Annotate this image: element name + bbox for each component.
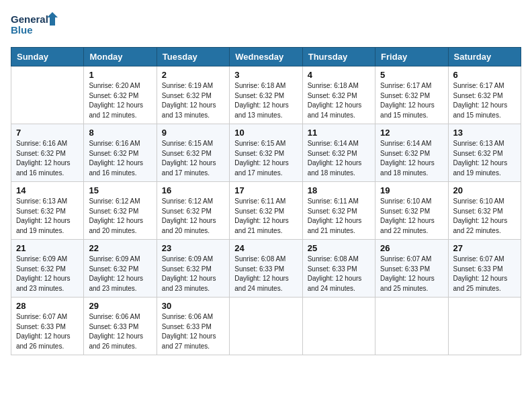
day-info: Sunrise: 6:09 AMSunset: 6:32 PMDaylight:… (16, 255, 79, 293)
svg-text:Blue: Blue (11, 24, 33, 36)
day-number: 28 (16, 301, 79, 311)
header-friday: Friday (375, 48, 448, 66)
day-info: Sunrise: 6:19 AMSunset: 6:32 PMDaylight:… (162, 81, 224, 120)
page-header: General Blue (11, 11, 521, 39)
day-cell: 30Sunrise: 6:06 AMSunset: 6:33 PMDayligh… (157, 298, 229, 355)
week-row-5: 28Sunrise: 6:07 AMSunset: 6:33 PMDayligh… (11, 298, 521, 355)
header-saturday: Saturday (448, 48, 521, 66)
day-info: Sunrise: 6:09 AMSunset: 6:32 PMDaylight:… (89, 255, 151, 293)
day-cell: 9Sunrise: 6:15 AMSunset: 6:32 PMDaylight… (157, 124, 229, 182)
day-info: Sunrise: 6:07 AMSunset: 6:33 PMDaylight:… (380, 255, 443, 293)
day-number: 15 (89, 185, 151, 195)
day-cell: 11Sunrise: 6:14 AMSunset: 6:32 PMDayligh… (302, 124, 375, 182)
day-number: 29 (89, 301, 151, 311)
day-number: 13 (453, 128, 516, 138)
logo-svg: General Blue (11, 11, 58, 39)
day-number: 5 (380, 70, 443, 80)
day-cell (375, 298, 448, 355)
day-cell: 28Sunrise: 6:07 AMSunset: 6:33 PMDayligh… (11, 298, 84, 355)
day-number: 27 (453, 243, 516, 253)
day-info: Sunrise: 6:20 AMSunset: 6:32 PMDaylight:… (89, 81, 151, 120)
day-number: 6 (453, 70, 516, 80)
day-number: 21 (16, 243, 79, 253)
day-info: Sunrise: 6:08 AMSunset: 6:33 PMDaylight:… (308, 255, 370, 293)
day-cell: 6Sunrise: 6:17 AMSunset: 6:32 PMDaylight… (448, 66, 521, 124)
day-number: 2 (162, 70, 224, 80)
day-number: 30 (162, 301, 224, 311)
day-cell: 3Sunrise: 6:18 AMSunset: 6:32 PMDaylight… (230, 66, 302, 124)
day-number: 9 (162, 128, 224, 138)
day-info: Sunrise: 6:11 AMSunset: 6:32 PMDaylight:… (308, 197, 370, 236)
day-cell: 17Sunrise: 6:11 AMSunset: 6:32 PMDayligh… (230, 182, 302, 240)
day-info: Sunrise: 6:06 AMSunset: 6:33 PMDaylight:… (89, 312, 151, 351)
logo: General Blue (11, 11, 58, 39)
day-number: 19 (380, 185, 443, 195)
day-cell (302, 298, 375, 355)
day-info: Sunrise: 6:16 AMSunset: 6:32 PMDaylight:… (16, 139, 79, 178)
day-cell (11, 66, 84, 124)
day-cell: 21Sunrise: 6:09 AMSunset: 6:32 PMDayligh… (11, 240, 84, 298)
day-info: Sunrise: 6:13 AMSunset: 6:32 PMDaylight:… (453, 139, 516, 178)
calendar-table: SundayMondayTuesdayWednesdayThursdayFrid… (11, 47, 521, 355)
day-cell: 27Sunrise: 6:07 AMSunset: 6:33 PMDayligh… (448, 240, 521, 298)
day-number: 14 (16, 185, 79, 195)
day-info: Sunrise: 6:18 AMSunset: 6:32 PMDaylight:… (234, 81, 297, 120)
day-cell: 23Sunrise: 6:09 AMSunset: 6:32 PMDayligh… (157, 240, 229, 298)
header-tuesday: Tuesday (157, 48, 229, 66)
day-cell: 10Sunrise: 6:15 AMSunset: 6:32 PMDayligh… (230, 124, 302, 182)
day-info: Sunrise: 6:15 AMSunset: 6:32 PMDaylight:… (234, 139, 297, 178)
day-info: Sunrise: 6:15 AMSunset: 6:32 PMDaylight:… (162, 139, 224, 178)
day-cell: 16Sunrise: 6:12 AMSunset: 6:32 PMDayligh… (157, 182, 229, 240)
week-row-2: 7Sunrise: 6:16 AMSunset: 6:32 PMDaylight… (11, 124, 521, 182)
day-number: 17 (234, 185, 297, 195)
day-info: Sunrise: 6:10 AMSunset: 6:32 PMDaylight:… (380, 197, 443, 236)
day-info: Sunrise: 6:06 AMSunset: 6:33 PMDaylight:… (162, 312, 224, 351)
day-cell (448, 298, 521, 355)
day-info: Sunrise: 6:10 AMSunset: 6:32 PMDaylight:… (453, 197, 516, 236)
day-number: 16 (162, 185, 224, 195)
day-info: Sunrise: 6:07 AMSunset: 6:33 PMDaylight:… (16, 312, 79, 351)
day-number: 26 (380, 243, 443, 253)
day-info: Sunrise: 6:12 AMSunset: 6:32 PMDaylight:… (89, 197, 151, 236)
day-number: 24 (234, 243, 297, 253)
week-row-3: 14Sunrise: 6:13 AMSunset: 6:32 PMDayligh… (11, 182, 521, 240)
day-cell: 18Sunrise: 6:11 AMSunset: 6:32 PMDayligh… (302, 182, 375, 240)
day-info: Sunrise: 6:07 AMSunset: 6:33 PMDaylight:… (453, 255, 516, 293)
day-cell: 19Sunrise: 6:10 AMSunset: 6:32 PMDayligh… (375, 182, 448, 240)
day-info: Sunrise: 6:13 AMSunset: 6:32 PMDaylight:… (16, 197, 79, 236)
day-cell: 8Sunrise: 6:16 AMSunset: 6:32 PMDaylight… (84, 124, 157, 182)
day-cell: 12Sunrise: 6:14 AMSunset: 6:32 PMDayligh… (375, 124, 448, 182)
day-info: Sunrise: 6:14 AMSunset: 6:32 PMDaylight:… (380, 139, 443, 178)
day-cell: 4Sunrise: 6:18 AMSunset: 6:32 PMDaylight… (302, 66, 375, 124)
day-number: 7 (16, 128, 79, 138)
day-cell: 1Sunrise: 6:20 AMSunset: 6:32 PMDaylight… (84, 66, 157, 124)
day-cell: 7Sunrise: 6:16 AMSunset: 6:32 PMDaylight… (11, 124, 84, 182)
day-cell: 20Sunrise: 6:10 AMSunset: 6:32 PMDayligh… (448, 182, 521, 240)
day-cell: 24Sunrise: 6:08 AMSunset: 6:33 PMDayligh… (230, 240, 302, 298)
header-sunday: Sunday (11, 48, 84, 66)
day-number: 3 (234, 70, 297, 80)
week-row-1: 1Sunrise: 6:20 AMSunset: 6:32 PMDaylight… (11, 66, 521, 124)
day-number: 11 (308, 128, 370, 138)
day-cell: 29Sunrise: 6:06 AMSunset: 6:33 PMDayligh… (84, 298, 157, 355)
day-info: Sunrise: 6:09 AMSunset: 6:32 PMDaylight:… (162, 255, 224, 293)
header-monday: Monday (84, 48, 157, 66)
day-info: Sunrise: 6:12 AMSunset: 6:32 PMDaylight:… (162, 197, 224, 236)
day-info: Sunrise: 6:16 AMSunset: 6:32 PMDaylight:… (89, 139, 151, 178)
calendar-header-row: SundayMondayTuesdayWednesdayThursdayFrid… (11, 48, 521, 66)
day-cell: 25Sunrise: 6:08 AMSunset: 6:33 PMDayligh… (302, 240, 375, 298)
day-number: 8 (89, 128, 151, 138)
day-number: 23 (162, 243, 224, 253)
day-cell: 5Sunrise: 6:17 AMSunset: 6:32 PMDaylight… (375, 66, 448, 124)
day-cell (230, 298, 302, 355)
svg-text:General: General (11, 13, 48, 25)
day-number: 4 (308, 70, 370, 80)
svg-marker-2 (47, 12, 58, 26)
day-cell: 2Sunrise: 6:19 AMSunset: 6:32 PMDaylight… (157, 66, 229, 124)
day-number: 22 (89, 243, 151, 253)
day-cell: 22Sunrise: 6:09 AMSunset: 6:32 PMDayligh… (84, 240, 157, 298)
day-number: 20 (453, 185, 516, 195)
header-thursday: Thursday (302, 48, 375, 66)
day-number: 25 (308, 243, 370, 253)
day-number: 1 (89, 70, 151, 80)
